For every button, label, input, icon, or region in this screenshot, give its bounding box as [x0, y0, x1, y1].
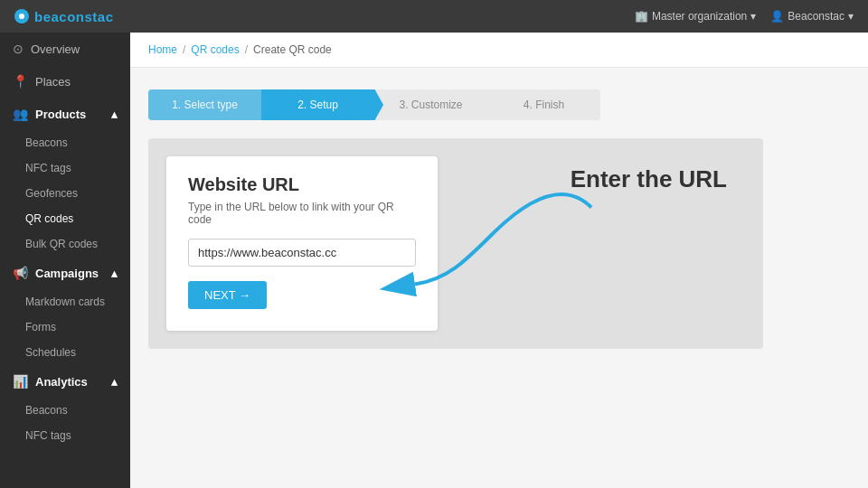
- sidebar-item-bulk-qr[interactable]: Bulk QR codes: [13, 231, 130, 257]
- breadcrumb: Home / QR codes / Create QR code: [130, 33, 868, 68]
- org-selector[interactable]: 🏢 Master organization ▾: [635, 10, 756, 23]
- main-content: Home / QR codes / Create QR code 1. Sele…: [130, 33, 868, 488]
- wizard-step-3[interactable]: 3. Customize: [374, 89, 487, 120]
- analytics-icon: 📊: [13, 374, 28, 389]
- sidebar-item-markdown-cards[interactable]: Markdown cards: [13, 289, 130, 314]
- sidebar-item-beacons[interactable]: Beacons: [13, 130, 130, 155]
- topnav-right: 🏢 Master organization ▾ 👤 Beaconstac ▾: [635, 10, 854, 23]
- chevron-down-icon: ▾: [750, 10, 756, 23]
- products-icon: 👥: [13, 107, 28, 121]
- page-content: 1. Select type 2. Setup 3. Customize 4. …: [130, 68, 868, 371]
- breadcrumb-qr-codes[interactable]: QR codes: [191, 43, 239, 56]
- next-button[interactable]: NEXT →: [188, 281, 267, 309]
- sidebar-item-places[interactable]: 📍 Places: [0, 65, 130, 98]
- form-title: Website URL: [188, 174, 416, 195]
- breadcrumb-home[interactable]: Home: [148, 43, 177, 56]
- top-navigation: beaconstac 🏢 Master organization ▾ 👤 Bea…: [0, 0, 868, 33]
- breadcrumb-current: Create QR code: [253, 43, 332, 56]
- app-layout: ⊙ Overview 📍 Places 👥 Products ▴ Beacons…: [0, 33, 868, 488]
- chevron-down-icon: ▾: [848, 10, 854, 23]
- form-card: Website URL Type in the URL below to lin…: [166, 156, 438, 331]
- places-icon: 📍: [13, 74, 28, 89]
- sidebar: ⊙ Overview 📍 Places 👥 Products ▴ Beacons…: [0, 33, 130, 488]
- user-icon: 👤: [770, 10, 784, 23]
- sidebar-section-campaigns[interactable]: 📢 Campaigns ▴: [0, 257, 130, 289]
- sidebar-item-analytics-beacons[interactable]: Beacons: [13, 398, 130, 423]
- svg-point-1: [19, 14, 24, 19]
- overview-icon: ⊙: [13, 42, 24, 56]
- sidebar-item-analytics-nfc[interactable]: NFC tags: [13, 423, 130, 448]
- card-area: Website URL Type in the URL below to lin…: [148, 138, 763, 349]
- sidebar-item-geofences[interactable]: Geofences: [13, 181, 130, 206]
- sidebar-item-qr-codes[interactable]: QR codes: [13, 206, 130, 231]
- chevron-up-icon: ▴: [111, 267, 118, 280]
- logo-text: beaconstac: [34, 9, 114, 24]
- wizard-step-2[interactable]: 2. Setup: [261, 89, 374, 120]
- logo: beaconstac: [14, 9, 114, 24]
- analytics-submenu: Beacons NFC tags: [0, 398, 130, 448]
- sidebar-item-nfc-tags[interactable]: NFC tags: [13, 155, 130, 181]
- wizard-step-1[interactable]: 1. Select type: [148, 89, 261, 120]
- building-icon: 🏢: [635, 10, 648, 23]
- campaigns-submenu: Markdown cards Forms Schedules: [0, 289, 130, 365]
- chevron-up-icon: ▴: [111, 108, 118, 121]
- sidebar-section-analytics[interactable]: 📊 Analytics ▴: [0, 365, 130, 398]
- annotation-text: Enter the URL: [571, 165, 727, 193]
- wizard-step-4[interactable]: 4. Finish: [487, 89, 600, 120]
- products-submenu: Beacons NFC tags Geofences QR codes Bulk…: [0, 130, 130, 257]
- sidebar-item-schedules[interactable]: Schedules: [13, 340, 130, 365]
- wizard-steps: 1. Select type 2. Setup 3. Customize 4. …: [148, 89, 600, 120]
- logo-icon: [14, 9, 29, 23]
- url-input[interactable]: [188, 239, 416, 267]
- sidebar-item-forms[interactable]: Forms: [13, 314, 130, 340]
- user-menu[interactable]: 👤 Beaconstac ▾: [770, 10, 854, 23]
- form-description: Type in the URL below to link with your …: [188, 201, 416, 226]
- sidebar-section-products[interactable]: 👥 Products ▴: [0, 98, 130, 130]
- chevron-up-icon: ▴: [111, 375, 118, 389]
- campaigns-icon: 📢: [13, 266, 28, 280]
- sidebar-item-overview[interactable]: ⊙ Overview: [0, 33, 130, 65]
